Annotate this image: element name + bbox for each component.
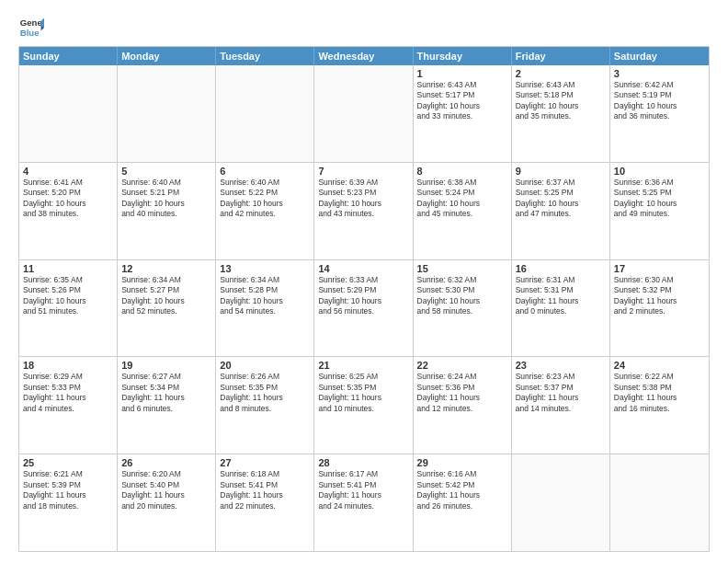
day-info: Sunrise: 6:43 AM Sunset: 5:18 PM Dayligh…: [516, 80, 606, 122]
day-number: 9: [516, 166, 606, 177]
calendar-cell: 3Sunrise: 6:42 AM Sunset: 5:19 PM Daylig…: [610, 65, 709, 162]
day-number: 1: [417, 68, 507, 79]
calendar-row-4: 18Sunrise: 6:29 AM Sunset: 5:33 PM Dayli…: [19, 357, 709, 454]
day-number: 2: [516, 68, 606, 79]
calendar-cell: 25Sunrise: 6:21 AM Sunset: 5:39 PM Dayli…: [19, 454, 118, 551]
calendar-cell: 17Sunrise: 6:30 AM Sunset: 5:32 PM Dayli…: [610, 260, 709, 357]
day-number: 15: [417, 263, 507, 274]
day-info: Sunrise: 6:40 AM Sunset: 5:21 PM Dayligh…: [121, 178, 211, 220]
day-number: 20: [220, 360, 310, 371]
calendar-cell: 22Sunrise: 6:24 AM Sunset: 5:36 PM Dayli…: [414, 357, 512, 454]
day-number: 18: [23, 360, 113, 371]
header-day-thursday: Thursday: [414, 47, 512, 65]
day-info: Sunrise: 6:20 AM Sunset: 5:40 PM Dayligh…: [121, 469, 211, 511]
day-info: Sunrise: 6:34 AM Sunset: 5:27 PM Dayligh…: [121, 275, 211, 317]
day-number: 10: [614, 166, 705, 177]
svg-text:General: General: [20, 17, 44, 28]
calendar-cell: 18Sunrise: 6:29 AM Sunset: 5:33 PM Dayli…: [19, 357, 118, 454]
page: General Blue SundayMondayTuesdayWednesda…: [0, 0, 728, 563]
calendar-cell: 11Sunrise: 6:35 AM Sunset: 5:26 PM Dayli…: [19, 260, 118, 357]
calendar-cell: 1Sunrise: 6:43 AM Sunset: 5:17 PM Daylig…: [414, 65, 512, 162]
day-info: Sunrise: 6:33 AM Sunset: 5:29 PM Dayligh…: [318, 275, 408, 317]
day-number: 14: [318, 263, 408, 274]
day-info: Sunrise: 6:34 AM Sunset: 5:28 PM Dayligh…: [220, 275, 310, 317]
calendar-cell: [118, 65, 216, 162]
calendar-row-2: 4Sunrise: 6:41 AM Sunset: 5:20 PM Daylig…: [19, 163, 709, 260]
calendar-cell: 12Sunrise: 6:34 AM Sunset: 5:27 PM Dayli…: [118, 260, 216, 357]
calendar-cell: 13Sunrise: 6:34 AM Sunset: 5:28 PM Dayli…: [216, 260, 314, 357]
day-number: 27: [220, 457, 310, 468]
day-info: Sunrise: 6:32 AM Sunset: 5:30 PM Dayligh…: [417, 275, 507, 317]
day-number: 13: [220, 263, 310, 274]
calendar-cell: 5Sunrise: 6:40 AM Sunset: 5:21 PM Daylig…: [118, 163, 216, 259]
day-info: Sunrise: 6:42 AM Sunset: 5:19 PM Dayligh…: [614, 80, 705, 122]
day-info: Sunrise: 6:37 AM Sunset: 5:25 PM Dayligh…: [516, 178, 606, 220]
day-number: 8: [417, 166, 507, 177]
header-day-saturday: Saturday: [610, 47, 709, 65]
day-number: 16: [516, 263, 606, 274]
day-number: 17: [614, 263, 705, 274]
day-number: 25: [23, 457, 113, 468]
calendar-cell: [610, 454, 709, 551]
day-info: Sunrise: 6:27 AM Sunset: 5:34 PM Dayligh…: [121, 372, 211, 414]
day-number: 28: [318, 457, 408, 468]
calendar-row-1: 1Sunrise: 6:43 AM Sunset: 5:17 PM Daylig…: [19, 65, 709, 163]
day-number: 12: [121, 263, 211, 274]
header-day-friday: Friday: [512, 47, 610, 65]
calendar-cell: 26Sunrise: 6:20 AM Sunset: 5:40 PM Dayli…: [118, 454, 216, 551]
header-day-sunday: Sunday: [19, 47, 118, 65]
logo-icon: General Blue: [18, 15, 44, 40]
day-info: Sunrise: 6:39 AM Sunset: 5:23 PM Dayligh…: [318, 178, 408, 220]
calendar-cell: 28Sunrise: 6:17 AM Sunset: 5:41 PM Dayli…: [314, 454, 413, 551]
logo: General Blue: [18, 15, 48, 40]
day-number: 3: [614, 68, 705, 79]
calendar-cell: [314, 65, 413, 162]
day-info: Sunrise: 6:31 AM Sunset: 5:31 PM Dayligh…: [516, 275, 606, 317]
calendar-cell: 24Sunrise: 6:22 AM Sunset: 5:38 PM Dayli…: [610, 357, 709, 454]
calendar-cell: 6Sunrise: 6:40 AM Sunset: 5:22 PM Daylig…: [216, 163, 314, 259]
calendar-row-3: 11Sunrise: 6:35 AM Sunset: 5:26 PM Dayli…: [19, 260, 709, 358]
day-number: 4: [23, 166, 113, 177]
day-info: Sunrise: 6:16 AM Sunset: 5:42 PM Dayligh…: [417, 469, 507, 511]
calendar-cell: 16Sunrise: 6:31 AM Sunset: 5:31 PM Dayli…: [512, 260, 610, 357]
calendar-cell: 29Sunrise: 6:16 AM Sunset: 5:42 PM Dayli…: [414, 454, 512, 551]
calendar-cell: 20Sunrise: 6:26 AM Sunset: 5:35 PM Dayli…: [216, 357, 314, 454]
day-info: Sunrise: 6:29 AM Sunset: 5:33 PM Dayligh…: [23, 372, 113, 414]
calendar-cell: 19Sunrise: 6:27 AM Sunset: 5:34 PM Dayli…: [118, 357, 216, 454]
calendar-cell: 7Sunrise: 6:39 AM Sunset: 5:23 PM Daylig…: [314, 163, 413, 259]
calendar-cell: [19, 65, 118, 162]
day-info: Sunrise: 6:30 AM Sunset: 5:32 PM Dayligh…: [614, 275, 705, 317]
day-number: 6: [220, 166, 310, 177]
header-day-wednesday: Wednesday: [314, 47, 413, 65]
day-number: 11: [23, 263, 113, 274]
header-day-monday: Monday: [118, 47, 216, 65]
calendar-header: SundayMondayTuesdayWednesdayThursdayFrid…: [19, 47, 709, 65]
day-number: 21: [318, 360, 408, 371]
day-info: Sunrise: 6:18 AM Sunset: 5:41 PM Dayligh…: [220, 469, 310, 511]
calendar-cell: 14Sunrise: 6:33 AM Sunset: 5:29 PM Dayli…: [314, 260, 413, 357]
day-info: Sunrise: 6:25 AM Sunset: 5:35 PM Dayligh…: [318, 372, 408, 414]
day-number: 23: [516, 360, 606, 371]
day-number: 19: [121, 360, 211, 371]
calendar-body: 1Sunrise: 6:43 AM Sunset: 5:17 PM Daylig…: [19, 65, 709, 551]
calendar-cell: 9Sunrise: 6:37 AM Sunset: 5:25 PM Daylig…: [512, 163, 610, 259]
calendar-row-5: 25Sunrise: 6:21 AM Sunset: 5:39 PM Dayli…: [19, 454, 709, 551]
day-info: Sunrise: 6:41 AM Sunset: 5:20 PM Dayligh…: [23, 178, 113, 220]
day-number: 24: [614, 360, 705, 371]
day-info: Sunrise: 6:23 AM Sunset: 5:37 PM Dayligh…: [516, 372, 606, 414]
day-number: 29: [417, 457, 507, 468]
svg-text:Blue: Blue: [20, 28, 40, 38]
day-info: Sunrise: 6:26 AM Sunset: 5:35 PM Dayligh…: [220, 372, 310, 414]
calendar-cell: 8Sunrise: 6:38 AM Sunset: 5:24 PM Daylig…: [414, 163, 512, 259]
day-info: Sunrise: 6:43 AM Sunset: 5:17 PM Dayligh…: [417, 80, 507, 122]
calendar-cell: 27Sunrise: 6:18 AM Sunset: 5:41 PM Dayli…: [216, 454, 314, 551]
day-number: 26: [121, 457, 211, 468]
calendar: SundayMondayTuesdayWednesdayThursdayFrid…: [18, 46, 710, 552]
calendar-cell: 15Sunrise: 6:32 AM Sunset: 5:30 PM Dayli…: [414, 260, 512, 357]
calendar-cell: [216, 65, 314, 162]
day-info: Sunrise: 6:36 AM Sunset: 5:25 PM Dayligh…: [614, 178, 705, 220]
calendar-cell: 4Sunrise: 6:41 AM Sunset: 5:20 PM Daylig…: [19, 163, 118, 259]
day-info: Sunrise: 6:17 AM Sunset: 5:41 PM Dayligh…: [318, 469, 408, 511]
calendar-cell: 2Sunrise: 6:43 AM Sunset: 5:18 PM Daylig…: [512, 65, 610, 162]
day-number: 22: [417, 360, 507, 371]
